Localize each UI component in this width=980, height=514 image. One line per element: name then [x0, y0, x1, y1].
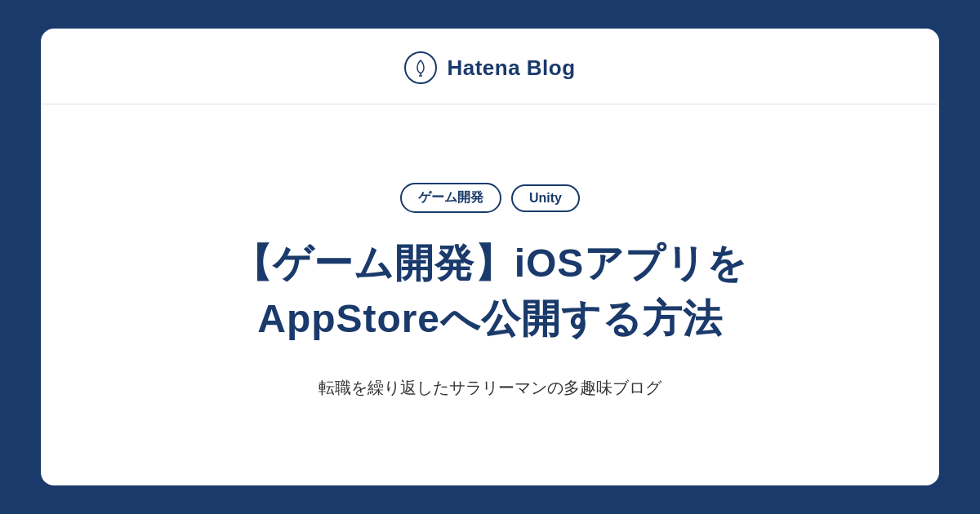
blog-subtitle: 転職を繰り返したサラリーマンの多趣味ブログ: [318, 377, 662, 399]
tags-container: ゲーム開発 Unity: [400, 183, 580, 213]
article-title: 【ゲーム開発】iOSアプリを AppStoreへ公開する方法: [233, 236, 747, 345]
card-container: Hatena Blog ゲーム開発 Unity 【ゲーム開発】iOSアプリを A…: [41, 29, 939, 485]
tag-game-dev[interactable]: ゲーム開発: [400, 183, 501, 213]
site-title: Hatena Blog: [447, 55, 575, 81]
title-line-2: AppStoreへ公開する方法: [233, 291, 747, 346]
hatena-logo-icon: [404, 51, 437, 84]
site-header: Hatena Blog: [41, 29, 939, 104]
tag-unity[interactable]: Unity: [511, 184, 580, 212]
main-content: ゲーム開発 Unity 【ゲーム開発】iOSアプリを AppStoreへ公開する…: [167, 104, 813, 485]
title-line-1: 【ゲーム開発】iOSアプリを: [233, 236, 747, 290]
